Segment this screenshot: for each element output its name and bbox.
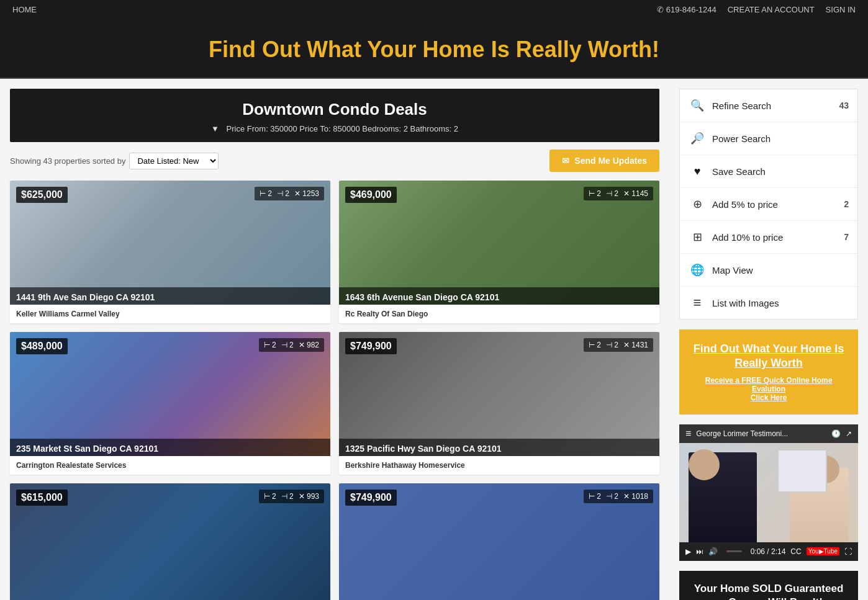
plus-circle-icon: ⊕	[689, 195, 706, 213]
property-image: $749,900 ⊢ 2 ⊣ 2 ✕ 1018	[339, 483, 659, 600]
search-filters: ▼ Price From: 350000 Price To: 850000 Be…	[22, 124, 647, 133]
top-nav: HOME ✆ 619-846-1244 CREATE AN ACCOUNT SI…	[0, 0, 868, 19]
sign-in-link[interactable]: SIGN IN	[826, 5, 856, 14]
power-search-item[interactable]: 🔎 Power Search	[680, 122, 857, 155]
property-address: 235 Market St San Diego CA 92101	[10, 439, 330, 456]
property-card[interactable]: $749,900 ⊢ 2 ⊣ 2 ✕ 1018	[339, 483, 659, 600]
phone-number: ✆ 619-846-1244	[657, 5, 717, 14]
property-image: $469,000 ⊢ 2 ⊣ 2 ✕ 1145 1643 6th Avenue …	[339, 181, 659, 305]
next-icon[interactable]: ⏭	[696, 547, 703, 556]
play-icon[interactable]: ▶	[685, 547, 691, 556]
add5-item[interactable]: ⊕ Add 5% to price 2	[680, 188, 857, 221]
baths-stat: ⊣ 2	[606, 189, 618, 198]
property-stats: ⊢ 2 ⊣ 2 ✕ 1253	[255, 187, 324, 200]
refine-search-count: 43	[839, 101, 849, 110]
power-search-label: Power Search	[712, 133, 849, 144]
hero-banner: Find Out What Your Home Is Really Worth!	[0, 19, 868, 79]
property-price: $469,000	[345, 187, 397, 203]
sort-select[interactable]: Date Listed: New Date Listed: Old Price:…	[129, 153, 219, 169]
property-card[interactable]: $469,000 ⊢ 2 ⊣ 2 ✕ 1145 1643 6th Avenue …	[339, 181, 659, 323]
add5-count: 2	[844, 199, 849, 209]
baths-stat: ⊣ 2	[277, 189, 289, 198]
beds-stat: ⊢ 2	[264, 492, 276, 501]
property-image: $625,000 ⊢ 2 ⊣ 2 ✕ 1253 1441 9th Ave San…	[10, 181, 330, 305]
youtube-icon[interactable]: You▶Tube	[807, 547, 839, 555]
video-time: 0:06 / 2:14	[751, 547, 786, 556]
cta-box[interactable]: Find Out What Your Home Is Really Worth …	[679, 329, 858, 414]
property-price: $749,900	[345, 338, 397, 354]
sqft-stat: ✕ 1431	[623, 341, 648, 349]
property-card[interactable]: $615,000 ⊢ 2 ⊣ 2 ✕ 993	[10, 483, 330, 600]
property-card[interactable]: $625,000 ⊢ 2 ⊣ 2 ✕ 1253 1441 9th Ave San…	[10, 181, 330, 323]
map-view-item[interactable]: 🌐 Map View	[680, 254, 857, 287]
baths-stat: ⊣ 2	[606, 341, 618, 349]
video-thumbnail[interactable]	[679, 443, 858, 542]
showing-text: Showing 43 properties sorted by Date Lis…	[10, 153, 219, 169]
property-agent: Carrington Realestate Services	[10, 456, 330, 475]
list-images-item[interactable]: ≡ List with Images	[680, 287, 857, 319]
create-account-link[interactable]: CREATE AN ACCOUNT	[728, 5, 815, 14]
save-search-item[interactable]: ♥ Save Search	[680, 155, 857, 188]
property-price: $615,000	[16, 490, 68, 506]
property-card[interactable]: $489,000 ⊢ 2 ⊣ 2 ✕ 982 235 Market St San…	[10, 332, 330, 475]
volume-icon[interactable]: 🔊	[708, 547, 718, 556]
refine-search-item[interactable]: 🔍 Refine Search 43	[680, 89, 857, 122]
property-address: 1643 6th Avenue San Diego CA 92101	[339, 287, 659, 305]
captions-icon[interactable]: CC	[790, 547, 801, 556]
save-search-label: Save Search	[712, 166, 849, 177]
filter-text: Price From: 350000 Price To: 850000 Bedr…	[227, 124, 458, 133]
guarantee-box: Your Home SOLD Guaranteed or George Will…	[679, 571, 858, 600]
add5-label: Add 5% to price	[712, 199, 844, 210]
content-area: Downtown Condo Deals ▼ Price From: 35000…	[0, 79, 669, 600]
cta-subtitle: Receive a FREE Quick Online Home Evaluti…	[689, 376, 848, 393]
baths-stat: ⊣ 2	[281, 341, 294, 349]
plus-square-icon: ⊞	[689, 228, 706, 246]
video-progress-bar[interactable]	[726, 550, 742, 552]
search-title: Downtown Condo Deals	[22, 100, 647, 119]
property-grid: $625,000 ⊢ 2 ⊣ 2 ✕ 1253 1441 9th Ave San…	[10, 181, 659, 600]
property-price: $489,000	[16, 338, 68, 354]
heart-icon: ♥	[689, 163, 706, 180]
video-header: ≡ George Lorimer Testimoni... 🕐 ↗	[679, 424, 858, 443]
filter-icon: ▼	[211, 124, 219, 133]
property-price: $749,900	[345, 490, 397, 506]
cta-title: Find Out What Your Home Is Really Worth	[689, 342, 848, 371]
refine-search-label: Refine Search	[712, 101, 839, 111]
sort-bar: Showing 43 properties sorted by Date Lis…	[10, 150, 659, 172]
add10-item[interactable]: ⊞ Add 10% to price 7	[680, 221, 857, 254]
clock-icon: 🕐	[831, 429, 841, 438]
top-nav-right: ✆ 619-846-1244 CREATE AN ACCOUNT SIGN IN	[657, 5, 856, 14]
baths-stat: ⊣ 2	[606, 492, 618, 501]
property-agent: Keller Williams Carmel Valley	[10, 305, 330, 323]
property-image: $749,900 ⊢ 2 ⊣ 2 ✕ 1431 1325 Pacific Hwy…	[339, 332, 659, 456]
video-box: ≡ George Lorimer Testimoni... 🕐 ↗ ▶ ⏭ 🔊	[679, 424, 858, 561]
property-stats: ⊢ 2 ⊣ 2 ✕ 1431	[584, 338, 653, 352]
sidebar: 🔍 Refine Search 43 🔎 Power Search ♥ Save…	[669, 79, 868, 600]
sqft-stat: ✕ 982	[299, 341, 319, 349]
sqft-stat: ✕ 1253	[294, 189, 319, 198]
globe-icon: 🌐	[689, 261, 706, 279]
beds-stat: ⊢ 2	[264, 341, 276, 349]
property-price: $625,000	[16, 187, 68, 203]
baths-stat: ⊣ 2	[281, 492, 294, 501]
cta-link[interactable]: Click Here	[689, 393, 848, 402]
envelope-icon: ✉	[562, 156, 569, 166]
send-updates-label: Send Me Updates	[574, 156, 647, 166]
list-icon-video: ≡	[685, 428, 691, 439]
guarantee-title: Your Home SOLD Guaranteed or George Will…	[689, 582, 848, 600]
send-updates-button[interactable]: ✉ Send Me Updates	[549, 150, 659, 172]
sqft-stat: ✕ 1145	[623, 189, 648, 198]
property-card[interactable]: $749,900 ⊢ 2 ⊣ 2 ✕ 1431 1325 Pacific Hwy…	[339, 332, 659, 475]
fullscreen-icon[interactable]: ⛶	[844, 547, 852, 556]
map-view-label: Map View	[712, 265, 849, 275]
hero-title: Find Out What Your Home Is Really Worth!	[12, 37, 856, 63]
video-controls: ▶ ⏭ 🔊 0:06 / 2:14 CC You▶Tube ⛶	[679, 542, 858, 561]
beds-stat: ⊢ 2	[589, 492, 601, 501]
list-images-label: List with Images	[712, 298, 849, 308]
home-link[interactable]: HOME	[12, 5, 37, 14]
property-address: 1441 9th Ave San Diego CA 92101	[10, 287, 330, 305]
property-image: $615,000 ⊢ 2 ⊣ 2 ✕ 993	[10, 483, 330, 600]
main-container: Downtown Condo Deals ▼ Price From: 35000…	[0, 79, 868, 600]
property-stats: ⊢ 2 ⊣ 2 ✕ 1145	[584, 187, 653, 200]
search-plus-icon: 🔎	[689, 130, 706, 147]
